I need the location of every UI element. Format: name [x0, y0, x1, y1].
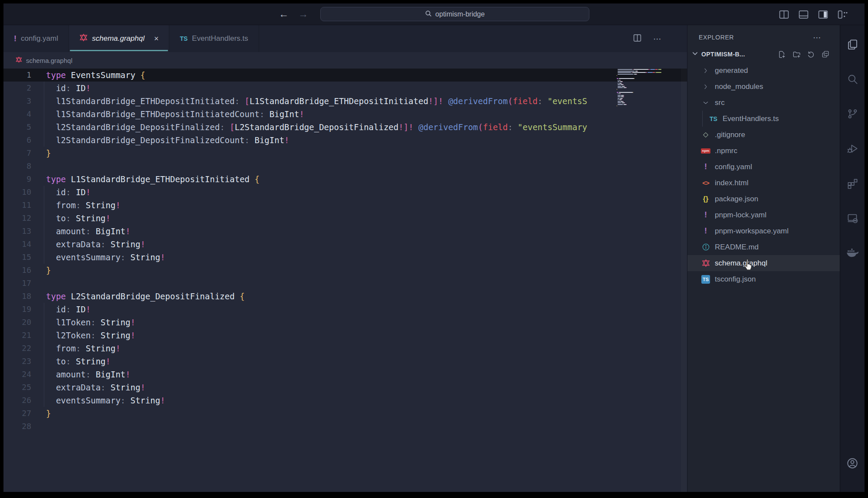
- line-number: 1: [3, 69, 31, 82]
- refresh-icon[interactable]: [807, 50, 815, 58]
- code-line[interactable]: 11 from: String!: [3, 199, 687, 212]
- file-tree: generatednode_modulessrcTSEventHandlers.…: [687, 62, 840, 492]
- tab-schema-graphql[interactable]: schema.graphql ×: [69, 25, 169, 52]
- line-number: 10: [3, 186, 31, 199]
- new-file-icon[interactable]: [778, 50, 786, 59]
- command-center-search[interactable]: optimism-bridge: [320, 7, 589, 21]
- file-name: index.html: [715, 179, 748, 187]
- code-line[interactable]: 25 extraData: String!: [3, 381, 687, 394]
- code-line[interactable]: 28: [3, 420, 687, 433]
- folder-src[interactable]: src: [687, 95, 840, 111]
- file-schema-graphql[interactable]: schema.graphql: [687, 255, 840, 271]
- explorer-more-actions-icon[interactable]: ⋯: [813, 33, 822, 43]
- line-number: 14: [3, 238, 31, 251]
- tab-label: config.yaml: [21, 34, 58, 43]
- file-package-json[interactable]: {}package.json: [687, 191, 840, 207]
- file-pnpm-lock-yaml[interactable]: !pnpm-lock.yaml: [687, 207, 840, 223]
- file-pnpm-workspace-yaml[interactable]: !pnpm-workspace.yaml: [687, 223, 840, 239]
- code-line[interactable]: 19 id: ID!: [3, 303, 687, 316]
- line-number: 22: [3, 342, 31, 355]
- file-index-html[interactable]: <>index.html: [687, 175, 840, 191]
- code-line[interactable]: 2 id: ID!: [3, 82, 687, 95]
- code-line[interactable]: 26 eventsSummary: String!: [3, 394, 687, 407]
- line-text: [31, 420, 46, 433]
- line-text: l2Token: String!: [31, 329, 135, 342]
- secondary-sidebar-layout-icon[interactable]: [818, 9, 829, 20]
- minimap[interactable]: [617, 69, 680, 108]
- search-value: optimism-bridge: [435, 10, 485, 18]
- code-line[interactable]: 6 l2StandardBridge_DepositFinalizedCount…: [3, 134, 687, 147]
- new-folder-icon[interactable]: [792, 50, 801, 59]
- split-editor-icon[interactable]: [633, 33, 642, 44]
- docker-icon[interactable]: [840, 235, 865, 270]
- code-line[interactable]: 22 from: String!: [3, 342, 687, 355]
- navigate-back-icon[interactable]: ←: [279, 9, 289, 19]
- extensions-icon[interactable]: [840, 166, 865, 200]
- chevron-down-icon: [692, 50, 698, 59]
- code-line[interactable]: 4 l1StandardBridge_ETHDepositInitiatedCo…: [3, 108, 687, 121]
- code-line[interactable]: 12 to: String!: [3, 212, 687, 225]
- code-line[interactable]: 20 l1Token: String!: [3, 316, 687, 329]
- file--gitignore[interactable]: .gitignore: [687, 127, 840, 143]
- workspace-section-header[interactable]: OPTIMISM-B...: [687, 47, 840, 62]
- braces-icon: {}: [700, 195, 711, 203]
- code-line[interactable]: 16}: [3, 264, 687, 277]
- navigate-forward-icon[interactable]: →: [298, 9, 308, 19]
- close-tab-icon[interactable]: ×: [154, 34, 159, 43]
- line-number: 15: [3, 251, 31, 264]
- panel-layout-icon[interactable]: [798, 9, 809, 20]
- line-number: 11: [3, 199, 31, 212]
- file-name: src: [715, 98, 725, 107]
- line-text: l1StandardBridge_ETHDepositInitiated: [L…: [31, 95, 587, 108]
- file-readme-md[interactable]: README.md: [687, 239, 840, 255]
- more-actions-icon[interactable]: ⋯: [653, 34, 662, 44]
- angle-icon: <>: [700, 179, 711, 187]
- split-editor-layout-icon[interactable]: [779, 9, 789, 20]
- code-line[interactable]: 8: [3, 160, 687, 173]
- code-editor[interactable]: 1type EventsSummary {2 id: ID!3 l1Standa…: [3, 69, 687, 492]
- source-control-icon[interactable]: [840, 96, 865, 131]
- code-line[interactable]: 1type EventsSummary {: [3, 69, 687, 82]
- breadcrumb[interactable]: schema.graphql: [3, 52, 687, 69]
- line-text: eventsSummary: String!: [31, 394, 165, 407]
- code-line[interactable]: 9type L1StandardBridge_ETHDepositInitiat…: [3, 173, 687, 186]
- file--npmrc[interactable]: npm.npmrc: [687, 143, 840, 159]
- line-number: 21: [3, 329, 31, 342]
- code-line[interactable]: 14 extraData: String!: [3, 238, 687, 251]
- code-line[interactable]: 24 amount: BigInt!: [3, 368, 687, 381]
- customize-layout-icon[interactable]: [837, 9, 848, 20]
- folder-node-modules[interactable]: node_modules: [687, 79, 840, 95]
- code-line[interactable]: 15 eventsSummary: String!: [3, 251, 687, 264]
- tab-config-yaml[interactable]: ! config.yaml: [3, 25, 69, 52]
- remote-explorer-icon[interactable]: [840, 200, 865, 235]
- code-line[interactable]: 13 amount: BigInt!: [3, 225, 687, 238]
- file-tsconfig-json[interactable]: TStsconfig.json: [687, 271, 840, 287]
- search-icon[interactable]: [840, 62, 865, 96]
- files-icon[interactable]: [840, 27, 865, 62]
- code-line[interactable]: 17: [3, 277, 687, 290]
- run-debug-icon[interactable]: [840, 131, 865, 166]
- file-config-yaml[interactable]: !config.yaml: [687, 159, 840, 175]
- editor-scrollbar[interactable]: [681, 69, 687, 492]
- line-text: eventsSummary: String!: [31, 251, 165, 264]
- code-line[interactable]: 7}: [3, 147, 687, 160]
- code-line[interactable]: 27}: [3, 407, 687, 420]
- file-eventhandlers-ts[interactable]: TSEventHandlers.ts: [687, 111, 840, 127]
- code-line[interactable]: 5 l2StandardBridge_DepositFinalized: [L2…: [3, 121, 687, 134]
- tab-eventhandlers-ts[interactable]: TS EventHandlers.ts: [169, 25, 259, 52]
- line-text: extraData: String!: [31, 381, 145, 394]
- account-icon[interactable]: [840, 446, 865, 481]
- code-line[interactable]: 3 l1StandardBridge_ETHDepositInitiated: …: [3, 95, 687, 108]
- collapse-all-icon[interactable]: [822, 50, 829, 58]
- folder-generated[interactable]: generated: [687, 62, 840, 79]
- line-text: id: ID!: [31, 186, 91, 199]
- file-name: .npmrc: [715, 147, 737, 155]
- yaml-file-icon: !: [14, 34, 16, 43]
- line-text: }: [31, 147, 51, 160]
- code-line[interactable]: 23 to: String!: [3, 355, 687, 368]
- line-number: 2: [3, 82, 31, 95]
- code-line[interactable]: 10 id: ID!: [3, 186, 687, 199]
- code-line[interactable]: 18type L2StandardBridge_DepositFinalized…: [3, 290, 687, 303]
- line-text: extraData: String!: [31, 238, 145, 251]
- code-line[interactable]: 21 l2Token: String!: [3, 329, 687, 342]
